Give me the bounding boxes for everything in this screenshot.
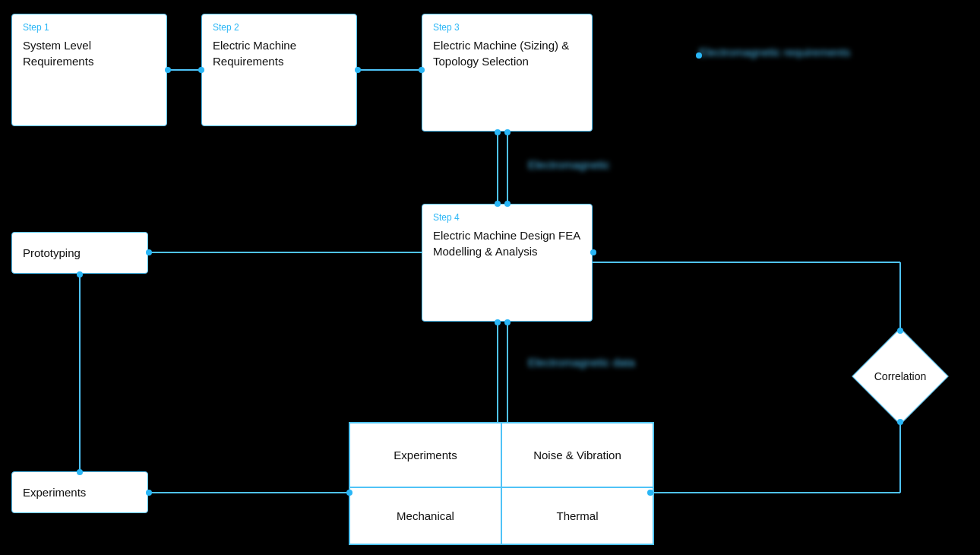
dot-correlation-top — [897, 328, 903, 334]
step1-box: Step 1 System Level Requirements — [11, 14, 167, 126]
dot-group-left — [346, 490, 352, 496]
dot-correlation-bottom — [897, 419, 903, 425]
dot-prototyping-right — [146, 249, 152, 255]
experiments-left-text: Experiments — [23, 484, 86, 500]
experiments-left-box: Experiments — [11, 471, 148, 513]
inner-experiments-text: Experiments — [394, 449, 457, 461]
step2-box: Step 2 Electric Machine Requirements — [201, 14, 357, 126]
dot-step3-left — [419, 67, 425, 73]
prototyping-box: Prototyping — [11, 232, 148, 274]
dot-experiments-left-right — [146, 490, 152, 496]
dot-step4-right — [590, 249, 596, 255]
dot-step4-top-l — [495, 201, 501, 207]
step3-box: Step 3 Electric Machine (Sizing) & Topol… — [422, 14, 593, 132]
step2-text: Electric Machine Requirements — [213, 37, 346, 69]
step3-label: Step 3 — [433, 22, 581, 33]
blurred-label-3: Electromagnetic data — [528, 356, 635, 369]
correlation-diamond-wrap: Correlation — [855, 331, 953, 430]
inner-thermal-box: Thermal — [501, 487, 653, 544]
step4-label: Step 4 — [433, 212, 581, 223]
step3-text: Electric Machine (Sizing) & Topology Sel… — [433, 37, 581, 69]
diagram: Step 1 System Level Requirements Step 2 … — [0, 0, 980, 555]
dot-step4-bottom-l — [495, 319, 501, 325]
dot-step3-bottom-l — [495, 129, 501, 135]
dot-group-right — [647, 490, 653, 496]
step4-box: Step 4 Electric Machine Design FEA Model… — [422, 204, 593, 322]
dot-step2-left — [198, 67, 204, 73]
blurred-label-1: Electromagnetic requirements — [699, 46, 850, 59]
dot-step4-bottom-r — [504, 319, 511, 325]
correlation-label: Correlation — [855, 331, 946, 422]
dot-step1-right — [165, 67, 171, 73]
blurred-label-2: Electromagnetic — [528, 158, 610, 171]
inner-mechanical-box: Mechanical — [349, 487, 501, 544]
dot-em-top-right — [696, 52, 702, 59]
inner-noise-box: Noise & Vibration — [501, 423, 653, 487]
prototyping-text: Prototyping — [23, 245, 81, 261]
step4-text: Electric Machine Design FEA Modelling & … — [433, 227, 581, 259]
inner-mechanical-text: Mechanical — [397, 509, 454, 522]
inner-noise-text: Noise & Vibration — [533, 449, 621, 461]
dot-step4-top-r — [504, 201, 511, 207]
inner-experiments-box: Experiments — [349, 423, 501, 487]
step1-label: Step 1 — [23, 22, 156, 33]
step1-text: System Level Requirements — [23, 37, 156, 69]
step2-label: Step 2 — [213, 22, 346, 33]
dot-prototyping-bottom — [77, 271, 83, 278]
dot-step2-right — [355, 67, 361, 73]
inner-thermal-text: Thermal — [556, 509, 598, 522]
dot-experiments-left-top — [77, 469, 83, 475]
dot-step3-bottom-r — [504, 129, 511, 135]
